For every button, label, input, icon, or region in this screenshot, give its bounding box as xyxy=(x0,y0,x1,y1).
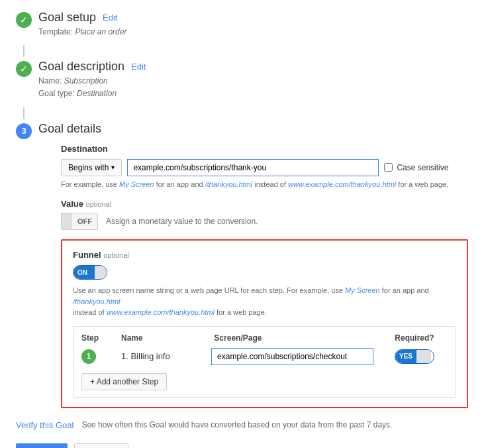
step-required-col: YES xyxy=(381,349,448,364)
header-required: Required? xyxy=(381,333,448,343)
goal-setup-content: Goal setup Edit Template: Place an order xyxy=(38,11,468,38)
goal-description-edit-link[interactable]: Edit xyxy=(131,62,146,72)
required-toggle[interactable]: YES xyxy=(395,349,434,364)
goal-description-icon: ✓ xyxy=(16,61,32,77)
funnel-hint: Use an app screen name string or a web p… xyxy=(73,285,456,318)
verify-section: Verify this Goal See how often this Goal… xyxy=(16,420,468,430)
save-button[interactable]: Save xyxy=(16,443,68,448)
funnel-toggle-row: ON xyxy=(73,265,456,280)
name-value: Subscription xyxy=(64,76,108,85)
cancel-button[interactable]: Cancel xyxy=(74,443,128,448)
goal-setup-section: ✓ Goal setup Edit Template: Place an ord… xyxy=(16,11,468,38)
destination-row: Begins with ▾ Case sensitive xyxy=(61,159,468,176)
template-value: Place an order xyxy=(75,27,126,36)
step-screen-col xyxy=(211,348,381,365)
chevron-down-icon: ▾ xyxy=(111,164,115,171)
checkmark-icon: ✓ xyxy=(20,15,28,25)
goal-details-body: Destination Begins with ▾ Case sensitive… xyxy=(61,144,468,408)
connector-line-1 xyxy=(23,45,24,57)
case-sensitive-row: Case sensitive xyxy=(384,163,448,172)
name-label: Name: xyxy=(38,76,62,85)
toggle-off-part xyxy=(95,266,107,279)
goal-details-icon: 3 xyxy=(16,123,32,139)
toggle-off-area xyxy=(62,213,72,229)
verify-goal-link[interactable]: Verify this Goal xyxy=(16,420,73,430)
funnel-box: Funnel optional ON Use an app screen nam… xyxy=(61,239,468,408)
step-number-circle: 1 xyxy=(81,349,96,364)
header-name: Name xyxy=(121,333,214,343)
goal-description-meta: Name: Subscription Goal type: Destinatio… xyxy=(38,75,468,100)
type-label: Goal type: xyxy=(38,89,75,98)
funnel-title: Funnel optional xyxy=(73,250,129,260)
funnel-table-header: Step Name Screen/Page Required? xyxy=(81,333,448,343)
funnel-header: Funnel optional xyxy=(73,250,456,260)
step-number-label: 3 xyxy=(21,126,26,136)
case-sensitive-checkbox[interactable] xyxy=(384,163,393,172)
add-step-button[interactable]: + Add another Step xyxy=(81,373,167,390)
actions-row: Save Cancel xyxy=(16,443,468,448)
goal-setup-title: Goal setup xyxy=(38,11,96,25)
begins-with-button[interactable]: Begins with ▾ xyxy=(61,159,122,176)
header-screen: Screen/Page xyxy=(214,333,381,343)
goal-description-header: Goal description Edit xyxy=(38,60,468,74)
value-optional-label: optional xyxy=(86,200,112,208)
goal-setup-edit-link[interactable]: Edit xyxy=(103,13,117,23)
connector-line-2 xyxy=(23,107,24,119)
step-name: 1. Billing info xyxy=(121,351,211,361)
template-label: Template: xyxy=(38,27,73,36)
goal-description-title: Goal description xyxy=(38,60,124,74)
value-label: Value optional xyxy=(61,199,111,209)
assign-text: Assign a monetary value to the conversio… xyxy=(106,217,258,226)
value-row: Value optional xyxy=(61,199,468,209)
toggle-on-label: ON xyxy=(73,266,95,279)
goal-setup-meta: Template: Place an order xyxy=(38,26,468,38)
goal-description-section: ✓ Goal description Edit Name: Subscripti… xyxy=(16,60,468,100)
table-row: 1 1. Billing info YES xyxy=(81,348,448,365)
required-yes-label: YES xyxy=(395,350,416,363)
funnel-optional-label: optional xyxy=(103,251,129,259)
goal-setup-icon: ✓ xyxy=(16,12,32,28)
header-step: Step xyxy=(81,333,121,343)
value-toggle[interactable]: OFF xyxy=(61,213,98,230)
goal-setup-header: Goal setup Edit xyxy=(38,11,468,25)
funnel-toggle[interactable]: ON xyxy=(73,265,107,280)
case-sensitive-label: Case sensitive xyxy=(397,163,448,172)
goal-details-header: Goal details xyxy=(38,122,468,136)
step-col: 1 xyxy=(81,349,121,364)
destination-input[interactable] xyxy=(127,159,379,176)
verify-description: See how often this Goal would have conve… xyxy=(81,420,392,429)
checkmark-icon-2: ✓ xyxy=(20,64,28,74)
goal-details-content: Goal details Destination Begins with ▾ C… xyxy=(38,122,468,408)
begins-with-label: Begins with xyxy=(68,163,109,172)
funnel-table: Step Name Screen/Page Required? 1 1. Bil… xyxy=(73,326,456,398)
required-off-part xyxy=(416,350,431,363)
goal-details-section: 3 Goal details Destination Begins with ▾… xyxy=(16,122,468,408)
goal-description-content: Goal description Edit Name: Subscription… xyxy=(38,60,468,100)
goal-details-title: Goal details xyxy=(38,122,101,136)
toggle-off-label: OFF xyxy=(72,213,97,229)
value-toggle-row: OFF Assign a monetary value to the conve… xyxy=(61,213,468,230)
type-value: Destination xyxy=(77,89,117,98)
destination-hint: For example, use My Screen for an app an… xyxy=(61,179,468,190)
screen-input[interactable] xyxy=(211,348,373,365)
destination-label: Destination xyxy=(61,144,468,154)
